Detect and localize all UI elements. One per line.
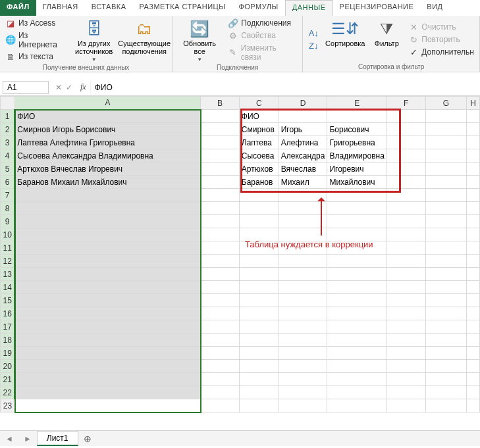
- cell-D12[interactable]: [279, 255, 327, 268]
- cell-G5[interactable]: [425, 162, 467, 176]
- cell-D21[interactable]: [279, 373, 327, 386]
- cell-F9[interactable]: [387, 215, 425, 228]
- cell-F10[interactable]: [387, 228, 425, 241]
- cell-H22[interactable]: [467, 386, 480, 399]
- cell-A15[interactable]: [14, 294, 200, 307]
- cell-B15[interactable]: [201, 294, 240, 307]
- from-text-button[interactable]: 🗎Из текста: [4, 51, 67, 62]
- cell-C19[interactable]: [239, 347, 279, 360]
- cell-F15[interactable]: [387, 294, 425, 307]
- cell-C5[interactable]: Артюхов: [239, 162, 279, 176]
- cell-F5[interactable]: [387, 162, 425, 176]
- cell-C20[interactable]: [239, 360, 279, 373]
- cell-G16[interactable]: [425, 307, 467, 320]
- cell-A8[interactable]: [14, 202, 200, 215]
- tab-formulas[interactable]: ФОРМУЛЫ: [232, 0, 284, 16]
- cell-G13[interactable]: [425, 268, 467, 281]
- cell-D6[interactable]: Михаил: [279, 176, 327, 189]
- cell-C14[interactable]: [239, 281, 279, 294]
- cell-G1[interactable]: [425, 110, 467, 123]
- cell-D2[interactable]: Игорь: [279, 123, 327, 136]
- cell-F19[interactable]: [387, 347, 425, 360]
- cell-B9[interactable]: [201, 215, 240, 228]
- cell-B1[interactable]: [201, 110, 240, 123]
- cell-B10[interactable]: [201, 228, 240, 241]
- cell-C21[interactable]: [239, 373, 279, 386]
- cell-H21[interactable]: [467, 373, 480, 386]
- cell-C9[interactable]: [239, 215, 279, 228]
- cell-G21[interactable]: [425, 373, 467, 386]
- cell-B6[interactable]: [201, 176, 240, 189]
- cell-C1[interactable]: ФИО: [239, 110, 279, 123]
- cell-F20[interactable]: [387, 360, 425, 373]
- cell-A3[interactable]: Лаптева Алефтина Григорьевна: [14, 136, 200, 149]
- cell-H4[interactable]: [467, 149, 480, 162]
- row-header-18[interactable]: 18: [1, 334, 15, 347]
- advanced-button[interactable]: ✓Дополнительн: [407, 47, 475, 58]
- cell-B14[interactable]: [201, 281, 240, 294]
- cell-F1[interactable]: [387, 110, 425, 123]
- tab-data[interactable]: ДАННЫЕ: [285, 0, 333, 16]
- cell-B12[interactable]: [201, 255, 240, 268]
- formula-input[interactable]: ФИО: [90, 82, 480, 93]
- cell-F17[interactable]: [387, 320, 425, 334]
- cell-A2[interactable]: Смирнов Игорь Борисович: [14, 123, 200, 136]
- cell-E20[interactable]: [327, 360, 387, 373]
- sort-az-button[interactable]: A↓: [307, 28, 320, 39]
- row-header-8[interactable]: 8: [1, 202, 15, 215]
- row-header-20[interactable]: 20: [1, 360, 15, 373]
- col-header-F[interactable]: F: [387, 97, 425, 110]
- from-web-button[interactable]: 🌐Из Интернета: [4, 30, 67, 50]
- cell-D4[interactable]: Александра: [279, 149, 327, 162]
- row-header-14[interactable]: 14: [1, 281, 15, 294]
- cell-A7[interactable]: [14, 189, 200, 202]
- tab-insert[interactable]: ВСТАВКА: [85, 0, 133, 16]
- cell-H7[interactable]: [467, 189, 480, 202]
- cell-A23[interactable]: [14, 399, 200, 412]
- cell-F16[interactable]: [387, 307, 425, 320]
- cell-G22[interactable]: [425, 386, 467, 399]
- cell-B8[interactable]: [201, 202, 240, 215]
- row-header-11[interactable]: 11: [1, 241, 15, 255]
- cell-A6[interactable]: Баранов Михаил Михайлович: [14, 176, 200, 189]
- cell-E12[interactable]: [327, 255, 387, 268]
- cell-A4[interactable]: Сысоева Александра Владимировна: [14, 149, 200, 162]
- sort-button[interactable]: ☰⇵ Сортировка: [324, 17, 366, 62]
- col-header-H[interactable]: H: [467, 97, 480, 110]
- cell-A17[interactable]: [14, 320, 200, 334]
- cell-C18[interactable]: [239, 334, 279, 347]
- col-header-C[interactable]: C: [239, 97, 279, 110]
- cell-G23[interactable]: [425, 399, 467, 412]
- cell-E5[interactable]: Игоревич: [327, 162, 387, 176]
- name-box[interactable]: A1: [3, 81, 49, 94]
- cell-E2[interactable]: Борисович: [327, 123, 387, 136]
- cell-C23[interactable]: [239, 399, 279, 412]
- cell-B19[interactable]: [201, 347, 240, 360]
- cell-H18[interactable]: [467, 334, 480, 347]
- row-header-10[interactable]: 10: [1, 228, 15, 241]
- cell-G10[interactable]: [425, 228, 467, 241]
- cell-G9[interactable]: [425, 215, 467, 228]
- cell-F4[interactable]: [387, 149, 425, 162]
- row-header-2[interactable]: 2: [1, 123, 15, 136]
- row-header-17[interactable]: 17: [1, 320, 15, 334]
- cell-G7[interactable]: [425, 189, 467, 202]
- cell-C2[interactable]: Смирнов: [239, 123, 279, 136]
- cell-F6[interactable]: [387, 176, 425, 189]
- cell-A19[interactable]: [14, 347, 200, 360]
- row-header-6[interactable]: 6: [1, 176, 15, 189]
- cell-F21[interactable]: [387, 373, 425, 386]
- cell-A11[interactable]: [14, 241, 200, 255]
- cell-D22[interactable]: [279, 386, 327, 399]
- cell-B11[interactable]: [201, 241, 240, 255]
- cell-E22[interactable]: [327, 386, 387, 399]
- cell-A13[interactable]: [14, 268, 200, 281]
- cell-F3[interactable]: [387, 136, 425, 149]
- tab-home[interactable]: ГЛАВНАЯ: [36, 0, 85, 16]
- row-header-7[interactable]: 7: [1, 189, 15, 202]
- col-header-D[interactable]: D: [279, 97, 327, 110]
- cell-H10[interactable]: [467, 228, 480, 241]
- cell-E9[interactable]: [327, 215, 387, 228]
- formula-confirm-icon[interactable]: ✓: [66, 83, 72, 92]
- cell-G14[interactable]: [425, 281, 467, 294]
